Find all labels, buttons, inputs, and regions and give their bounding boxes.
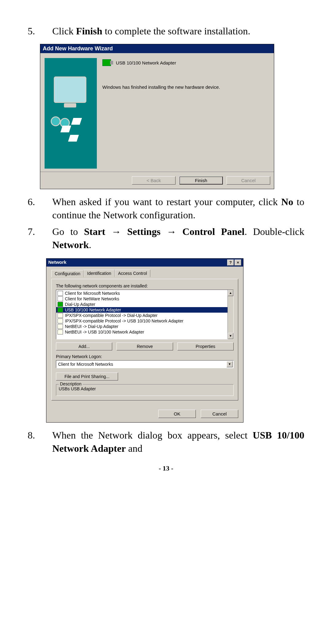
wizard-message: Windows has finished installing the new … xyxy=(102,84,270,90)
scrollbar[interactable]: ▲ ▼ xyxy=(227,290,233,339)
step-number: 6. xyxy=(28,195,52,209)
step-number: 5. xyxy=(28,25,52,38)
step-8: 8. When the Network dialog box appears, … xyxy=(28,429,304,455)
step-number: 8. xyxy=(28,429,52,442)
scroll-up-icon[interactable]: ▲ xyxy=(228,290,233,296)
primary-logon-label: Primary Network Logon: xyxy=(56,354,234,359)
description-value: USBs USB Adapter xyxy=(59,386,231,391)
step-number: 7. xyxy=(28,225,52,238)
hardware-wizard-screenshot: Add New Hardware Wizard USB 10/100 Netwo… xyxy=(40,44,274,189)
cancel-button[interactable]: Cancel xyxy=(227,176,270,185)
step-5: 5. Click Finish to complete the software… xyxy=(28,25,304,38)
add-button[interactable]: Add... xyxy=(56,342,112,350)
finish-button[interactable]: Finish xyxy=(179,176,223,185)
tab-identification[interactable]: Identification xyxy=(84,270,115,277)
tab-strip: Configuration Identification Access Cont… xyxy=(51,270,238,277)
tab-configuration[interactable]: Configuration xyxy=(51,270,84,277)
list-item[interactable]: NetBEUI -> USB 10/100 Network Adapter xyxy=(56,329,233,335)
wizard-titlebar: Add New Hardware Wizard xyxy=(40,44,274,53)
list-item-selected[interactable]: USB 10/100 Network Adapter xyxy=(56,307,233,313)
step-text: When asked if you want to restart your c… xyxy=(52,195,304,222)
step-7: 7. Go to Start → Settings → Control Pane… xyxy=(28,225,304,252)
scroll-down-icon[interactable]: ▼ xyxy=(228,333,233,339)
page-number: - 13 - xyxy=(28,464,304,472)
step-6: 6. When asked if you want to restart you… xyxy=(28,195,304,222)
tab-access-control[interactable]: Access Control xyxy=(115,270,150,277)
back-button[interactable]: < Back xyxy=(132,176,176,185)
components-listbox[interactable]: Client for Microsoft Networks Client for… xyxy=(56,290,234,339)
chevron-down-icon[interactable]: ▼ xyxy=(227,361,233,367)
list-item[interactable]: IPX/SPX-compatible Protocol -> Dial-Up A… xyxy=(56,313,233,318)
ok-button[interactable]: OK xyxy=(158,410,196,418)
list-item[interactable]: IPX/SPX-compatible Protocol -> USB 10/10… xyxy=(56,318,233,324)
help-button[interactable]: ? xyxy=(227,260,234,266)
network-card-icon xyxy=(102,59,111,66)
cancel-button[interactable]: Cancel xyxy=(201,410,238,418)
step-text: When the Network dialog box appears, sel… xyxy=(52,429,304,455)
step-text: Go to Start → Settings → Control Panel. … xyxy=(52,225,304,252)
remove-button[interactable]: Remove xyxy=(117,342,173,350)
list-item[interactable]: Client for Microsoft Networks xyxy=(56,291,233,296)
step-text: Click Finish to complete the software in… xyxy=(52,25,304,38)
network-dialog-screenshot: Network ? × Configuration Identification… xyxy=(46,258,243,423)
list-item[interactable]: NetBEUI -> Dial-Up Adapter xyxy=(56,324,233,329)
installed-components-label: The following network components are ins… xyxy=(56,283,234,288)
network-titlebar: Network ? × xyxy=(46,259,243,267)
wizard-sidebar-image xyxy=(45,58,97,169)
list-item[interactable]: Client for NetWare Networks xyxy=(56,296,233,302)
description-group: Description USBs USB Adapter xyxy=(56,384,234,396)
file-print-sharing-button[interactable]: File and Print Sharing... xyxy=(56,373,118,381)
primary-logon-combo[interactable]: Client for Microsoft Networks ▼ xyxy=(56,360,234,368)
properties-button[interactable]: Properties xyxy=(177,342,234,350)
wizard-device-name: USB 10/100 Network Adapter xyxy=(116,60,176,65)
close-button[interactable]: × xyxy=(235,260,241,266)
list-item[interactable]: Dial-Up Adapter xyxy=(56,302,233,307)
